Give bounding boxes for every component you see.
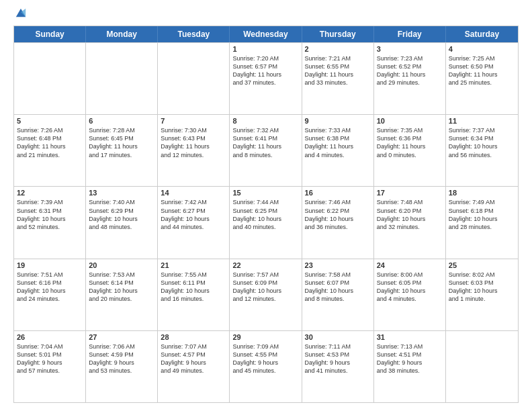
calendar-row-3: 19Sunrise: 7:51 AM Sunset: 6:16 PM Dayli… — [14, 259, 518, 330]
day-number: 30 — [305, 333, 371, 341]
calendar-row-2: 12Sunrise: 7:39 AM Sunset: 6:31 PM Dayli… — [14, 186, 518, 258]
logo-text — [13, 12, 27, 19]
day-info: Sunrise: 7:51 AM Sunset: 6:16 PM Dayligh… — [17, 271, 83, 304]
day-info: Sunrise: 7:33 AM Sunset: 6:38 PM Dayligh… — [305, 126, 371, 159]
weekday-header-sunday: Sunday — [14, 26, 86, 42]
calendar-day-28: 28Sunrise: 7:07 AM Sunset: 4:57 PM Dayli… — [158, 331, 230, 402]
calendar-day-7: 7Sunrise: 7:30 AM Sunset: 6:43 PM Daylig… — [158, 115, 230, 186]
day-number: 17 — [377, 189, 443, 197]
day-info: Sunrise: 7:49 AM Sunset: 6:18 PM Dayligh… — [449, 198, 515, 231]
logo-icon — [15, 7, 27, 19]
day-info: Sunrise: 7:44 AM Sunset: 6:25 PM Dayligh… — [232, 198, 298, 231]
calendar-day-1: 1Sunrise: 7:20 AM Sunset: 6:57 PM Daylig… — [230, 43, 302, 114]
calendar-row-0: 1Sunrise: 7:20 AM Sunset: 6:57 PM Daylig… — [14, 42, 518, 114]
calendar-day-empty — [158, 43, 230, 114]
day-info: Sunrise: 7:21 AM Sunset: 6:55 PM Dayligh… — [305, 54, 371, 87]
calendar-body: 1Sunrise: 7:20 AM Sunset: 6:57 PM Daylig… — [14, 42, 518, 402]
calendar-day-17: 17Sunrise: 7:48 AM Sunset: 6:20 PM Dayli… — [374, 187, 446, 258]
day-number: 29 — [232, 333, 298, 341]
day-number: 2 — [305, 45, 371, 53]
day-info: Sunrise: 7:13 AM Sunset: 4:51 PM Dayligh… — [377, 342, 443, 375]
page: SundayMondayTuesdayWednesdayThursdayFrid… — [0, 0, 532, 411]
day-info: Sunrise: 7:23 AM Sunset: 6:52 PM Dayligh… — [377, 54, 443, 87]
calendar-day-8: 8Sunrise: 7:32 AM Sunset: 6:41 PM Daylig… — [230, 115, 302, 186]
day-info: Sunrise: 7:32 AM Sunset: 6:41 PM Dayligh… — [232, 126, 298, 159]
calendar-day-16: 16Sunrise: 7:46 AM Sunset: 6:22 PM Dayli… — [302, 187, 374, 258]
day-number: 20 — [89, 261, 154, 269]
calendar-day-23: 23Sunrise: 7:58 AM Sunset: 6:07 PM Dayli… — [302, 259, 374, 330]
calendar-day-empty — [446, 331, 518, 402]
weekday-header-monday: Monday — [86, 26, 158, 42]
calendar-day-18: 18Sunrise: 7:49 AM Sunset: 6:18 PM Dayli… — [446, 187, 518, 258]
calendar-day-19: 19Sunrise: 7:51 AM Sunset: 6:16 PM Dayli… — [14, 259, 86, 330]
day-info: Sunrise: 7:46 AM Sunset: 6:22 PM Dayligh… — [305, 198, 371, 231]
calendar-day-12: 12Sunrise: 7:39 AM Sunset: 6:31 PM Dayli… — [14, 187, 86, 258]
day-number: 19 — [17, 261, 83, 269]
calendar-day-22: 22Sunrise: 7:57 AM Sunset: 6:09 PM Dayli… — [230, 259, 302, 330]
calendar-day-15: 15Sunrise: 7:44 AM Sunset: 6:25 PM Dayli… — [230, 187, 302, 258]
calendar-day-21: 21Sunrise: 7:55 AM Sunset: 6:11 PM Dayli… — [158, 259, 230, 330]
weekday-header-saturday: Saturday — [446, 26, 518, 42]
day-info: Sunrise: 7:11 AM Sunset: 4:53 PM Dayligh… — [305, 342, 371, 375]
calendar-day-13: 13Sunrise: 7:40 AM Sunset: 6:29 PM Dayli… — [86, 187, 158, 258]
day-info: Sunrise: 7:09 AM Sunset: 4:55 PM Dayligh… — [232, 342, 298, 375]
day-number: 24 — [377, 261, 443, 269]
day-number: 18 — [449, 189, 515, 197]
day-number: 1 — [232, 45, 298, 53]
day-number: 3 — [377, 45, 443, 53]
calendar-day-29: 29Sunrise: 7:09 AM Sunset: 4:55 PM Dayli… — [230, 331, 302, 402]
day-info: Sunrise: 7:37 AM Sunset: 6:34 PM Dayligh… — [449, 126, 515, 159]
day-number: 22 — [232, 261, 298, 269]
day-info: Sunrise: 8:02 AM Sunset: 6:03 PM Dayligh… — [449, 271, 515, 304]
calendar-day-3: 3Sunrise: 7:23 AM Sunset: 6:52 PM Daylig… — [374, 43, 446, 114]
day-number: 31 — [377, 333, 443, 341]
calendar-day-24: 24Sunrise: 8:00 AM Sunset: 6:05 PM Dayli… — [374, 259, 446, 330]
day-number: 10 — [377, 117, 443, 125]
calendar-header: SundayMondayTuesdayWednesdayThursdayFrid… — [14, 26, 518, 42]
calendar-day-4: 4Sunrise: 7:25 AM Sunset: 6:50 PM Daylig… — [446, 43, 518, 114]
day-number: 7 — [161, 117, 226, 125]
day-number: 12 — [17, 189, 83, 197]
calendar-row-4: 26Sunrise: 7:04 AM Sunset: 5:01 PM Dayli… — [14, 330, 518, 402]
day-info: Sunrise: 8:00 AM Sunset: 6:05 PM Dayligh… — [377, 271, 443, 304]
calendar-day-11: 11Sunrise: 7:37 AM Sunset: 6:34 PM Dayli… — [446, 115, 518, 186]
day-number: 15 — [232, 189, 298, 197]
day-info: Sunrise: 7:30 AM Sunset: 6:43 PM Dayligh… — [161, 126, 226, 159]
calendar-day-5: 5Sunrise: 7:26 AM Sunset: 6:48 PM Daylig… — [14, 115, 86, 186]
calendar-day-27: 27Sunrise: 7:06 AM Sunset: 4:59 PM Dayli… — [86, 331, 158, 402]
day-number: 13 — [89, 189, 154, 197]
day-number: 16 — [305, 189, 371, 197]
day-number: 21 — [161, 261, 226, 269]
calendar-day-20: 20Sunrise: 7:53 AM Sunset: 6:14 PM Dayli… — [86, 259, 158, 330]
day-info: Sunrise: 7:57 AM Sunset: 6:09 PM Dayligh… — [232, 271, 298, 304]
day-info: Sunrise: 7:55 AM Sunset: 6:11 PM Dayligh… — [161, 271, 226, 304]
calendar-day-31: 31Sunrise: 7:13 AM Sunset: 4:51 PM Dayli… — [374, 331, 446, 402]
day-number: 27 — [89, 333, 154, 341]
day-info: Sunrise: 7:25 AM Sunset: 6:50 PM Dayligh… — [449, 54, 515, 87]
day-info: Sunrise: 7:39 AM Sunset: 6:31 PM Dayligh… — [17, 198, 83, 231]
day-number: 26 — [17, 333, 83, 341]
day-number: 9 — [305, 117, 371, 125]
day-info: Sunrise: 7:48 AM Sunset: 6:20 PM Dayligh… — [377, 198, 443, 231]
calendar-day-25: 25Sunrise: 8:02 AM Sunset: 6:03 PM Dayli… — [446, 259, 518, 330]
day-number: 4 — [449, 45, 515, 53]
calendar-day-2: 2Sunrise: 7:21 AM Sunset: 6:55 PM Daylig… — [302, 43, 374, 114]
calendar-day-6: 6Sunrise: 7:28 AM Sunset: 6:45 PM Daylig… — [86, 115, 158, 186]
day-info: Sunrise: 7:28 AM Sunset: 6:45 PM Dayligh… — [89, 126, 154, 159]
day-number: 6 — [89, 117, 154, 125]
weekday-header-thursday: Thursday — [302, 26, 374, 42]
calendar-row-1: 5Sunrise: 7:26 AM Sunset: 6:48 PM Daylig… — [14, 114, 518, 186]
logo — [13, 12, 27, 19]
day-number: 5 — [17, 117, 83, 125]
day-number: 23 — [305, 261, 371, 269]
day-number: 8 — [232, 117, 298, 125]
day-info: Sunrise: 7:42 AM Sunset: 6:27 PM Dayligh… — [161, 198, 226, 231]
day-info: Sunrise: 7:07 AM Sunset: 4:57 PM Dayligh… — [161, 342, 226, 375]
day-info: Sunrise: 7:26 AM Sunset: 6:48 PM Dayligh… — [17, 126, 83, 159]
header — [13, 12, 519, 19]
day-number: 28 — [161, 333, 226, 341]
day-number: 11 — [449, 117, 515, 125]
weekday-header-wednesday: Wednesday — [230, 26, 302, 42]
day-info: Sunrise: 7:40 AM Sunset: 6:29 PM Dayligh… — [89, 198, 154, 231]
day-info: Sunrise: 7:58 AM Sunset: 6:07 PM Dayligh… — [305, 271, 371, 304]
